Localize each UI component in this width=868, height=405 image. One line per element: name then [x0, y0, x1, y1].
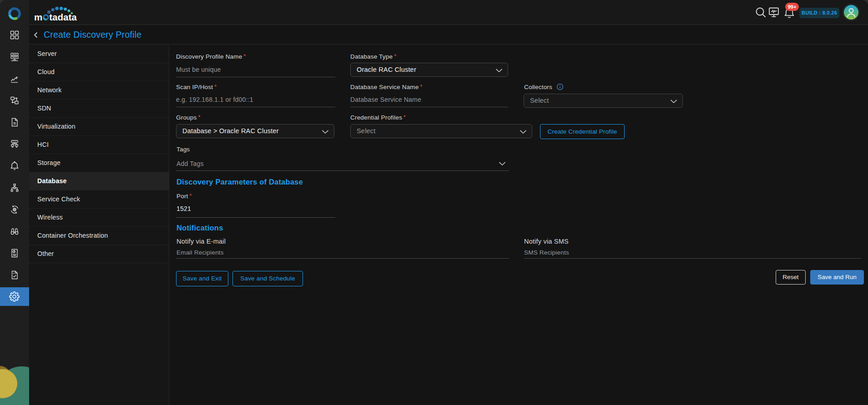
svg-text:m: m [34, 12, 42, 22]
svg-text:tadata: tadata [49, 12, 77, 22]
